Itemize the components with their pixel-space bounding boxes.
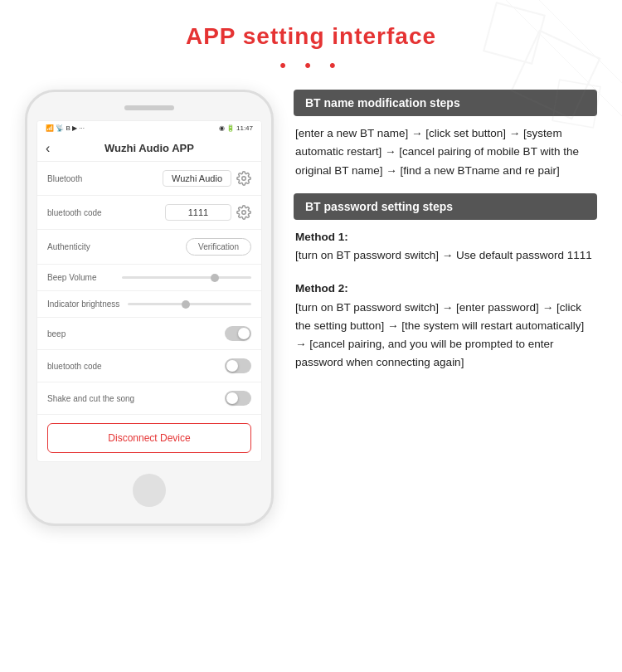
content-area: 📶 📡 B ▶ ··· ◉ 🔋 11:47 ‹ Wuzhi Audio APP … [0, 90, 622, 526]
app-header: ‹ Wuzhi Audio APP [37, 135, 261, 162]
shake-cut-label: Shake and cut the song [47, 394, 134, 403]
bt-name-block: BT name modification steps [enter a new … [294, 90, 597, 180]
indicator-brightness-label: Indicator brightness [47, 299, 119, 309]
beep-toggle-row: beep [37, 318, 261, 350]
bt-password-block: BT password setting steps Method 1: [tur… [294, 193, 597, 373]
method1-text: [turn on BT password switch] → Use defau… [295, 249, 592, 261]
svg-point-5 [242, 177, 246, 181]
beep-volume-row: Beep Volume [37, 265, 261, 291]
beep-volume-thumb [211, 274, 219, 282]
method2-label: Method 2: [295, 282, 348, 295]
beep-toggle[interactable] [225, 326, 251, 341]
bluetooth-code-value[interactable]: 1111 [165, 204, 231, 221]
status-right: ◉ 🔋 11:47 [219, 124, 253, 132]
bt-name-header: BT name modification steps [294, 90, 597, 116]
bt-password-header: BT password setting steps [294, 193, 597, 220]
beep-toggle-label: beep [47, 329, 114, 338]
bluetooth-code-toggle-row: bluetooth code [37, 350, 261, 382]
phone-speaker [124, 105, 174, 110]
indicator-brightness-row: Indicator brightness [37, 291, 261, 318]
status-icons: ◉ 🔋 11:47 [219, 124, 253, 132]
method2-text: [turn on BT password switch] → [enter pa… [295, 301, 584, 369]
bluetooth-label: Bluetooth [47, 174, 114, 183]
phone-screen: 📶 📡 B ▶ ··· ◉ 🔋 11:47 ‹ Wuzhi Audio APP … [36, 120, 262, 462]
decorative-dots: • • • [0, 55, 622, 76]
bluetooth-code-toggle-label: bluetooth code [47, 362, 114, 371]
bluetooth-code-row: bluetooth code 1111 [37, 196, 261, 230]
shake-cut-toggle-knob [226, 392, 238, 404]
shake-cut-toggle[interactable] [225, 391, 251, 406]
beep-volume-label: Beep Volume [47, 273, 114, 282]
phone-mockup: 📶 📡 B ▶ ··· ◉ 🔋 11:47 ‹ Wuzhi Audio APP … [25, 90, 274, 526]
bluetooth-code-gear-icon[interactable] [236, 205, 251, 220]
status-left: 📶 📡 B ▶ ··· [46, 124, 85, 132]
bluetooth-value[interactable]: Wuzhi Audio [163, 170, 231, 187]
svg-point-6 [242, 211, 246, 215]
authenticity-label: Authenticity [47, 242, 114, 251]
shake-cut-row: Shake and cut the song [37, 382, 261, 415]
bluetooth-row: Bluetooth Wuzhi Audio [37, 162, 261, 196]
instructions-panel: BT name modification steps [enter a new … [294, 90, 597, 373]
authenticity-row: Authenticity Verification [37, 230, 261, 265]
bluetooth-gear-icon[interactable] [236, 171, 251, 186]
bt-name-text: [enter a new BT name] → [click set butto… [294, 124, 597, 180]
bluetooth-code-label: bluetooth code [47, 208, 114, 217]
beep-volume-slider[interactable] [122, 276, 251, 279]
method1-label: Method 1: [295, 231, 348, 243]
page-title: APP setting interface [0, 0, 622, 50]
back-button[interactable]: ‹ [46, 141, 50, 156]
indicator-brightness-slider[interactable] [128, 303, 251, 305]
bt-password-method2: Method 2: [turn on BT password switch] →… [294, 280, 597, 372]
app-header-title: Wuzhi Audio APP [104, 142, 194, 154]
beep-toggle-knob [238, 328, 250, 339]
bt-password-method1: Method 1: [turn on BT password switch] →… [294, 228, 597, 265]
phone-home-button[interactable] [133, 474, 166, 507]
status-bar: 📶 📡 B ▶ ··· ◉ 🔋 11:47 [37, 121, 261, 135]
verification-button[interactable]: Verification [186, 238, 251, 256]
signal-icons: 📶 📡 B ▶ ··· [46, 124, 85, 132]
settings-list: Bluetooth Wuzhi Audio bluetooth code 111… [37, 162, 261, 415]
indicator-brightness-thumb [182, 300, 190, 309]
disconnect-button[interactable]: Disconnect Device [47, 423, 251, 453]
bluetooth-code-toggle-knob [226, 360, 238, 372]
bluetooth-code-toggle[interactable] [225, 358, 251, 373]
